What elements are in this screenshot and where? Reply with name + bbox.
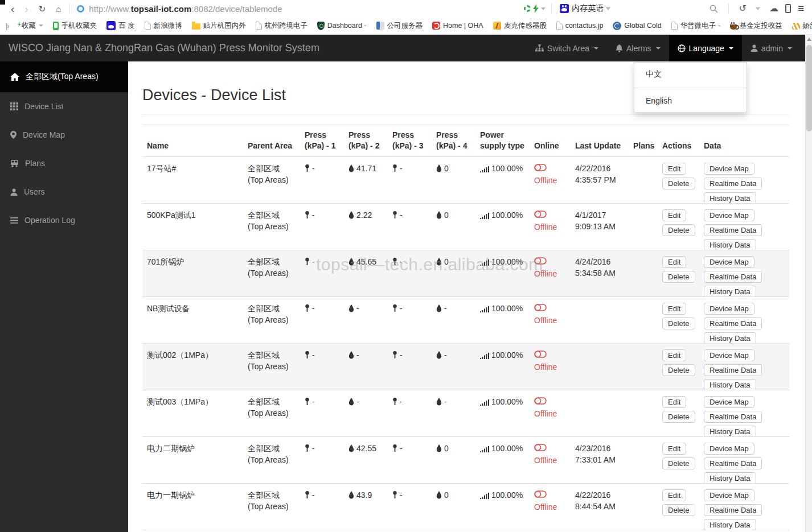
edit-button[interactable]: Edit: [662, 349, 686, 361]
bookmark-item[interactable]: 基金定投收益: [730, 21, 782, 31]
bookmark-item[interactable]: 百 度: [106, 21, 134, 31]
delete-button[interactable]: Delete: [662, 504, 695, 516]
realtime-data-button[interactable]: Realtime Data: [704, 317, 762, 329]
sidebar-toggle-icon[interactable]: |›: [6, 22, 9, 30]
nav-switch-area[interactable]: Switch Area: [527, 35, 607, 61]
history-data-button[interactable]: History Data: [704, 519, 756, 530]
sidebar-item-users[interactable]: Users: [0, 178, 128, 206]
history-data-button[interactable]: History Data: [704, 332, 756, 343]
bookmark-item[interactable]: 新浪微博: [145, 21, 182, 31]
table-row: 500KPa测试1 全部区域(Top Areas) - 2.22 - 0 100…: [142, 204, 789, 250]
edit-button[interactable]: Edit: [662, 163, 686, 175]
scroll-up-icon[interactable]: [807, 38, 811, 41]
baidu-search-icon[interactable]: [560, 4, 569, 13]
sidebar-item-top-areas[interactable]: 全部区域(Top Areas): [0, 61, 128, 92]
bookmark-item[interactable]: contactus.jp: [556, 22, 604, 30]
bookmark-item[interactable]: 杭州跨境电子: [256, 21, 307, 31]
sidebar-item-device-map[interactable]: Device Map: [0, 121, 128, 149]
power-supply: 100.00%: [475, 390, 530, 436]
history-data-button[interactable]: History Data: [704, 192, 756, 203]
back-icon[interactable]: ‹: [6, 3, 19, 14]
bookmark-item[interactable]: 贴片机国内外: [192, 21, 246, 31]
chevron-down-icon[interactable]: [606, 7, 610, 10]
lightning-icon[interactable]: [533, 4, 539, 13]
bookmark-item[interactable]: 华普微电子 -: [671, 21, 720, 31]
scrollbar-thumb[interactable]: [806, 45, 812, 131]
sidebar-item-device-list[interactable]: Device List: [0, 92, 128, 121]
device-map-button[interactable]: Device Map: [704, 489, 754, 501]
delete-button[interactable]: Delete: [662, 178, 695, 189]
sidebar-item-plans[interactable]: Plans: [0, 149, 128, 178]
bookmark-item[interactable]: 收藏: [19, 21, 43, 31]
delete-button[interactable]: Delete: [662, 411, 695, 423]
refresh-icon[interactable]: ↻: [34, 5, 51, 13]
sync-icon[interactable]: [524, 5, 531, 12]
chevron-down-icon[interactable]: [541, 7, 546, 10]
toggle-off-icon[interactable]: [534, 164, 547, 171]
nav-alerms[interactable]: Alerms: [607, 35, 669, 61]
bookmark-item[interactable]: Global Cold: [613, 22, 661, 30]
history-data-button[interactable]: History Data: [704, 286, 756, 296]
realtime-data-button[interactable]: Realtime Data: [704, 457, 762, 469]
toggle-off-icon[interactable]: [534, 444, 547, 451]
history-data-button[interactable]: History Data: [704, 379, 756, 390]
edit-button[interactable]: Edit: [662, 489, 686, 501]
toggle-off-icon[interactable]: [534, 490, 547, 498]
delete-button[interactable]: Delete: [662, 317, 695, 329]
toggle-off-icon[interactable]: [534, 397, 547, 405]
edit-button[interactable]: Edit: [662, 256, 686, 268]
realtime-data-button[interactable]: Realtime Data: [704, 178, 762, 189]
toggle-off-icon[interactable]: [534, 350, 547, 358]
divider: [634, 88, 747, 88]
menu-item-english[interactable]: English: [634, 93, 747, 109]
chevron-down-icon[interactable]: [756, 7, 760, 10]
search-icon[interactable]: [710, 5, 718, 13]
device-map-button[interactable]: Device Map: [704, 396, 754, 408]
edit-button[interactable]: Edit: [662, 303, 686, 315]
droplet-icon: [436, 351, 442, 359]
forward-icon[interactable]: ›: [19, 3, 33, 14]
delete-button[interactable]: Delete: [662, 224, 695, 236]
delete-button[interactable]: Delete: [662, 457, 695, 469]
bookmark-item[interactable]: 娇韵诗明星产: [792, 21, 812, 31]
device-map-button[interactable]: Device Map: [704, 209, 754, 221]
address-bar[interactable]: http://www.topsail-iot.com:8082/device/t…: [89, 4, 522, 14]
scrollbar[interactable]: [805, 35, 812, 532]
bookmark-item[interactable]: Dashboard -: [317, 22, 367, 30]
sidebar-item-operation-log[interactable]: Operation Log: [0, 206, 128, 234]
edit-button[interactable]: Edit: [662, 209, 686, 221]
toggle-off-icon[interactable]: [534, 304, 547, 311]
device-map-button[interactable]: Device Map: [704, 303, 754, 315]
device-map-button[interactable]: Device Map: [704, 256, 754, 268]
history-data-button[interactable]: History Data: [704, 472, 756, 483]
delete-button[interactable]: Delete: [662, 364, 695, 376]
menu-icon[interactable]: ≡: [798, 2, 804, 15]
realtime-data-button[interactable]: Realtime Data: [704, 364, 762, 376]
realtime-data-button[interactable]: Realtime Data: [704, 224, 762, 236]
bookmark-item[interactable]: 麦克传感器股: [493, 21, 547, 31]
home-icon[interactable]: ⌂: [51, 5, 66, 13]
realtime-data-button[interactable]: Realtime Data: [704, 411, 762, 423]
undo-icon[interactable]: ↺: [739, 4, 747, 13]
realtime-data-button[interactable]: Realtime Data: [704, 504, 762, 516]
toggle-off-icon[interactable]: [534, 257, 547, 265]
edit-button[interactable]: Edit: [662, 396, 686, 408]
bookmark-item[interactable]: 手机收藏夹: [53, 21, 97, 31]
search-box-text[interactable]: 内存英语: [572, 3, 604, 14]
history-data-button[interactable]: History Data: [704, 426, 756, 436]
nav-admin[interactable]: admin: [742, 35, 801, 61]
delete-button[interactable]: Delete: [662, 271, 695, 283]
menu-item-chinese[interactable]: 中文: [634, 66, 747, 83]
mobile-icon[interactable]: [785, 4, 791, 13]
history-data-button[interactable]: History Data: [704, 239, 756, 250]
bookmark-item[interactable]: Home | OHA: [432, 22, 483, 30]
realtime-data-button[interactable]: Realtime Data: [704, 271, 762, 283]
nav-language[interactable]: Language: [669, 35, 742, 61]
device-map-button[interactable]: Device Map: [704, 163, 754, 175]
edit-button[interactable]: Edit: [662, 443, 686, 455]
device-map-button[interactable]: Device Map: [704, 443, 754, 455]
cloud-icon[interactable]: ☁: [769, 4, 778, 13]
bookmark-item[interactable]: 公司服务器: [376, 21, 423, 31]
device-map-button[interactable]: Device Map: [704, 349, 754, 361]
toggle-off-icon[interactable]: [534, 211, 547, 218]
